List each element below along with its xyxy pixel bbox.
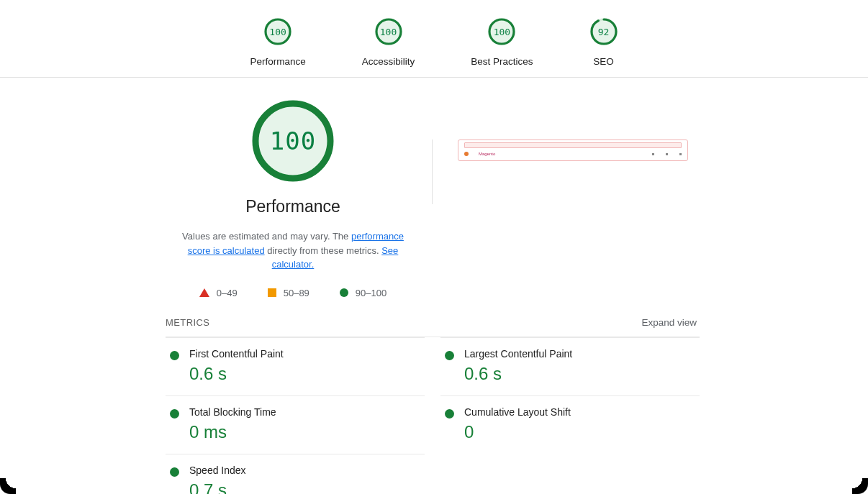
metric-value: 0 — [464, 422, 571, 442]
gauge-performance-large: 100 — [250, 98, 336, 184]
performance-section: 100 Performance Values are estimated and… — [0, 78, 868, 298]
gauge-value: 100 — [487, 17, 516, 46]
gauge-seo: 92 — [589, 17, 618, 46]
legend-label: 50–89 — [284, 288, 309, 298]
metric-name: Total Blocking Time — [189, 406, 276, 418]
screenshot-icon — [652, 153, 654, 155]
score-label: Performance — [250, 56, 305, 67]
metrics-heading: METRICS — [166, 317, 209, 328]
score-label: SEO — [593, 56, 614, 67]
score-best-practices[interactable]: 100 Best Practices — [471, 17, 533, 67]
legend-warn: 50–89 — [268, 288, 309, 298]
screenshot-icon — [679, 153, 682, 155]
triangle-icon — [199, 288, 209, 297]
score-performance[interactable]: 100 Performance — [250, 17, 305, 67]
gauge-accessibility: 100 — [374, 17, 403, 46]
section-title: Performance — [166, 197, 420, 216]
metric-si[interactable]: Speed Index 0.7 s — [166, 454, 425, 495]
gauge-value: 100 — [374, 17, 403, 46]
score-legend: 0–49 50–89 90–100 — [166, 288, 420, 298]
circle-icon — [340, 288, 348, 297]
magento-logo-icon — [464, 152, 469, 156]
metric-fcp[interactable]: First Contentful Paint 0.6 s — [166, 337, 425, 395]
score-label: Accessibility — [362, 56, 415, 67]
gauge-best-practices: 100 — [487, 17, 516, 46]
metric-name: First Contentful Paint — [189, 348, 284, 360]
status-pass-icon — [170, 351, 179, 360]
metric-cls[interactable]: Cumulative Layout Shift 0 — [440, 395, 700, 454]
metric-value: 0.7 s — [189, 480, 246, 495]
gauge-value: 100 — [250, 98, 336, 184]
gauge-value: 100 — [263, 17, 292, 46]
metric-tbt[interactable]: Total Blocking Time 0 ms — [166, 395, 425, 454]
gauge-value: 92 — [589, 17, 618, 46]
expand-view-button[interactable]: Expand view — [641, 317, 697, 328]
status-pass-icon — [170, 467, 179, 477]
page-screenshot-thumb[interactable]: Magento — [458, 139, 688, 161]
status-pass-icon — [445, 409, 454, 418]
square-icon — [268, 288, 276, 297]
vertical-divider — [432, 139, 433, 204]
score-label: Best Practices — [471, 56, 533, 67]
score-seo[interactable]: 92 SEO — [589, 17, 618, 67]
legend-pass: 90–100 — [340, 288, 386, 298]
gauge-performance: 100 — [263, 17, 292, 46]
metric-name: Largest Contentful Paint — [464, 348, 572, 360]
legend-label: 0–49 — [217, 288, 238, 298]
performance-note: Values are estimated and may vary. The p… — [166, 229, 420, 272]
metric-lcp[interactable]: Largest Contentful Paint 0.6 s — [440, 337, 700, 395]
legend-label: 90–100 — [356, 288, 386, 298]
metrics-header: METRICS Expand view — [0, 317, 868, 328]
legend-fail: 0–49 — [199, 288, 238, 298]
status-pass-icon — [170, 409, 179, 418]
metric-value: 0.6 s — [189, 364, 284, 384]
metric-name: Cumulative Layout Shift — [464, 406, 571, 418]
metric-value: 0 ms — [189, 422, 276, 442]
note-text: directly from these metrics. — [265, 245, 382, 256]
metrics-grid: First Contentful Paint 0.6 s Largest Con… — [0, 328, 868, 495]
metric-name: Speed Index — [189, 465, 246, 476]
status-pass-icon — [445, 351, 454, 360]
score-accessibility[interactable]: 100 Accessibility — [362, 17, 415, 67]
screenshot-icon — [666, 153, 668, 155]
metric-value: 0.6 s — [464, 364, 572, 384]
note-text: Values are estimated and may vary. The — [182, 231, 351, 242]
screenshot-brand: Magento — [479, 152, 495, 156]
score-strip: 100 Performance 100 Accessibility 100 Be… — [0, 0, 868, 77]
